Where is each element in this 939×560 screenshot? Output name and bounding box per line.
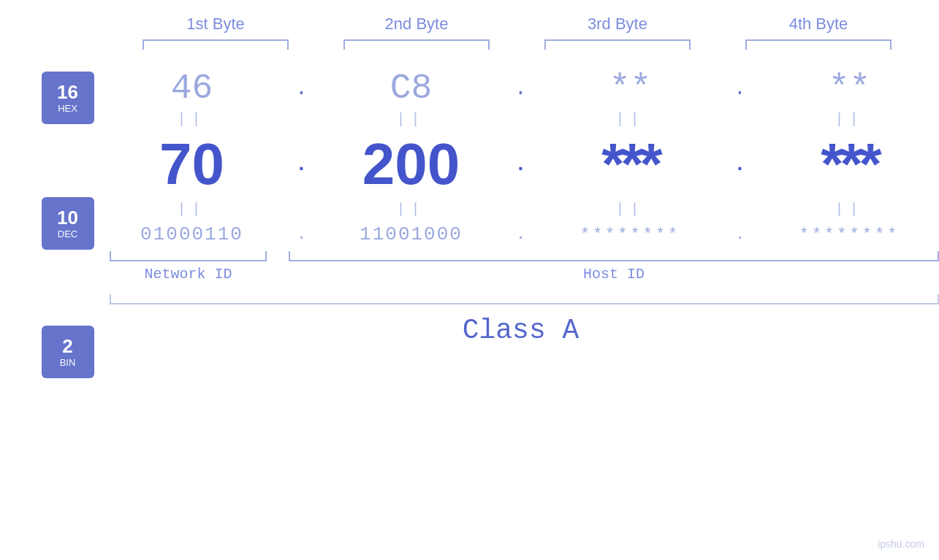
dec-b4: *** <box>769 131 930 198</box>
bin-b2: 11001000 <box>331 223 492 245</box>
hex-b4: ** <box>769 69 930 108</box>
bracket-2 <box>343 39 490 50</box>
main-container: 1st Byte 2nd Byte 3rd Byte 4th Byte 16 H… <box>0 0 939 560</box>
class-bracket <box>110 294 939 304</box>
badges-column: 16 HEX 10 DEC 2 BIN <box>0 57 102 378</box>
data-rows: 46 . C8 . ** . ** || || <box>102 57 939 378</box>
hex-b1: 46 <box>112 69 273 108</box>
sep2-b4: || <box>769 201 930 218</box>
dec-dot1: . <box>291 153 313 176</box>
bin-dot2: . <box>510 226 532 244</box>
bin-b3: ******** <box>550 226 711 244</box>
dec-b2: 200 <box>331 131 492 198</box>
bottom-bracket-network <box>110 251 267 261</box>
network-id-label: Network ID <box>110 266 267 283</box>
sep1-b3: || <box>550 111 711 128</box>
byte4-label: 4th Byte <box>738 15 899 34</box>
byte2-label: 2nd Byte <box>336 15 497 34</box>
sep2-b2: || <box>331 201 492 218</box>
bracket-3 <box>544 39 691 50</box>
bottom-bracket-host <box>289 251 939 261</box>
class-label: Class A <box>102 315 939 346</box>
bin-b1: 01000110 <box>112 223 273 245</box>
host-id-label: Host ID <box>289 266 939 283</box>
top-brackets <box>115 39 919 50</box>
sep2-b3: || <box>550 201 711 218</box>
hex-dot3: . <box>729 77 751 100</box>
dec-b1: 70 <box>112 131 273 198</box>
dec-dot2: . <box>510 153 532 176</box>
sep-row-2: || || || || <box>102 201 939 218</box>
byte3-label: 3rd Byte <box>537 15 698 34</box>
bin-dot1: . <box>291 226 313 244</box>
bin-dot3: . <box>729 226 751 244</box>
byte1-label: 1st Byte <box>135 15 296 34</box>
bin-badge: 2 BIN <box>42 326 94 378</box>
hex-dot2: . <box>510 77 532 100</box>
hex-row: 46 . C8 . ** . ** <box>102 69 939 108</box>
watermark: ipshu.com <box>878 538 924 550</box>
bracket-4 <box>745 39 892 50</box>
dec-badge: 10 DEC <box>42 197 94 250</box>
bottom-brackets <box>102 251 939 261</box>
id-labels-row: Network ID Host ID <box>102 266 939 283</box>
hex-b2: C8 <box>331 69 492 108</box>
sep2-b1: || <box>112 201 273 218</box>
bin-row: 01000110 . 11001000 . ******** . *******… <box>102 223 939 245</box>
hex-badge: 16 HEX <box>42 72 94 124</box>
byte-headers: 1st Byte 2nd Byte 3rd Byte 4th Byte <box>115 15 919 34</box>
dec-b3: *** <box>550 131 711 198</box>
hex-b3: ** <box>550 69 711 108</box>
sep1-b2: || <box>331 111 492 128</box>
bin-b4: ******** <box>769 226 930 244</box>
bracket-1 <box>142 39 289 50</box>
sep1-b1: || <box>112 111 273 128</box>
dec-dot3: . <box>729 153 751 176</box>
sep-row-1: || || || || <box>102 111 939 128</box>
sep1-b4: || <box>769 111 930 128</box>
dec-row: 70 . 200 . *** . *** <box>102 131 939 198</box>
hex-dot1: . <box>291 77 313 100</box>
content-area: 16 HEX 10 DEC 2 BIN 46 . <box>0 57 939 378</box>
